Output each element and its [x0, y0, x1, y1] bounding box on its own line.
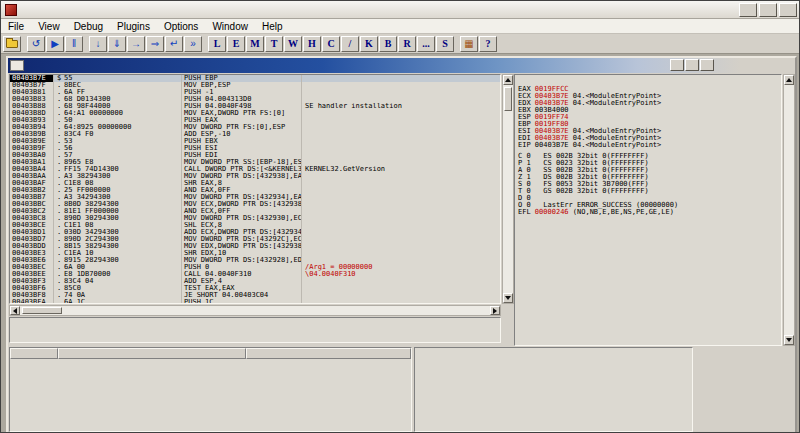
scrollbar-thumb[interactable] [22, 307, 62, 314]
windows-button[interactable]: W [284, 36, 302, 52]
disassembly-hscrollbar[interactable] [9, 305, 501, 316]
disasm-row[interactable]: 00403BDD.8B15 38294300MOV EDX,DWORD PTR … [10, 243, 500, 250]
disasm-row[interactable]: 00403BF3.83C4 04ADD ESP,4 [10, 278, 500, 285]
disasm-bytes: C1EA 10 [64, 250, 182, 257]
open-button[interactable] [3, 36, 21, 52]
log-window-button[interactable]: L [208, 36, 226, 52]
cpu-maximize-button[interactable] [685, 59, 699, 71]
scroll-left-icon[interactable] [10, 306, 20, 315]
memory-map-button[interactable]: M [246, 36, 264, 52]
menu-item-help[interactable]: Help [255, 19, 290, 33]
disasm-row[interactable]: 00403BA4.FF15 74D14300CALL DWORD PTR DS:… [10, 166, 500, 173]
executable-modules-button[interactable]: E [227, 36, 245, 52]
disasm-row[interactable]: 00403BB2.25 FF000000AND EAX,0FF [10, 187, 500, 194]
disasm-row[interactable]: 00403BAA.A3 38294300MOV DWORD PTR DS:[43… [10, 173, 500, 180]
execute-till-return-button[interactable]: ↵ [165, 36, 183, 52]
disasm-row[interactable]: 00403BD7.890D 2C294300MOV DWORD PTR DS:[… [10, 236, 500, 243]
pause-button[interactable]: ‖ [65, 36, 83, 52]
disasm-row[interactable]: 00403BF6.85C0TEST EAX,EAX [10, 285, 500, 292]
menu-item-view[interactable]: View [31, 19, 67, 33]
call-stack-button[interactable]: K [360, 36, 378, 52]
disasm-row[interactable]: 00403BEC.6A 00PUSH 0/Arg1 = 00000000 [10, 264, 500, 271]
maximize-button[interactable] [759, 3, 777, 17]
disasm-row[interactable]: 00403BFA.6A 1CPUSH 1C [10, 299, 500, 304]
disasm-prefix: . [54, 187, 64, 194]
scroll-up-icon[interactable] [503, 75, 513, 85]
disasm-address: 00403BF3 [10, 278, 54, 285]
menu-item-window[interactable]: Window [205, 19, 255, 33]
run-button[interactable]: ▶ [46, 36, 64, 52]
disasm-row[interactable]: 00403B7F.8BECMOV EBP,ESP [10, 82, 500, 89]
disasm-row[interactable]: 00403BA0.57PUSH EDI [10, 152, 500, 159]
close-button[interactable] [779, 3, 797, 17]
breakpoints-button[interactable]: B [379, 36, 397, 52]
threads-button[interactable]: T [265, 36, 283, 52]
disasm-row[interactable]: 00403BE3.C1EA 10SHR EDX,10 [10, 250, 500, 257]
disasm-row[interactable]: 00403BC2.81E1 FF000000AND ECX,0FF [10, 208, 500, 215]
disasm-instruction: ADD ESP,-10 [182, 131, 302, 138]
scroll-down-icon[interactable] [503, 293, 513, 303]
patches-button[interactable]: / [341, 36, 359, 52]
disasm-row[interactable]: 00403BE6.8915 28294300MOV DWORD PTR DS:[… [10, 257, 500, 264]
flag-row[interactable]: T 0 GS 002B 32bit 0(FFFFFFFF) [518, 188, 778, 195]
menu-item-debug[interactable]: Debug [67, 19, 110, 33]
disasm-row[interactable]: 00403B88.68 98F44000PUSH 04.0040F498SE h… [10, 103, 500, 110]
disasm-row[interactable]: 00403B9B.83C4 F0ADD ESP,-10 [10, 131, 500, 138]
source-button[interactable]: S [436, 36, 454, 52]
disasm-row[interactable]: 00403BB7.A3 34294300MOV DWORD PTR DS:[43… [10, 194, 500, 201]
disasm-row[interactable]: 00403B83.68 D0134300PUSH 04.004313D0 [10, 96, 500, 103]
disasm-row[interactable]: 00403BEE.E8 1DB70000CALL 04.0040F310\04.… [10, 271, 500, 278]
efl-row[interactable]: EFL 00000246 (NO,NB,E,BE,NS,PE,GE,LE) [518, 209, 778, 216]
disasm-row[interactable]: 00403B9E.53PUSH EBX [10, 138, 500, 145]
cpu-minimize-button[interactable] [670, 59, 684, 71]
registers-vscrollbar[interactable] [783, 74, 795, 346]
cpu-close-button[interactable] [700, 59, 714, 71]
cpu-button[interactable]: C [322, 36, 340, 52]
disasm-bytes: 8915 28294300 [64, 257, 182, 264]
menu-item-plugins[interactable]: Plugins [110, 19, 157, 33]
titlebar[interactable] [1, 1, 799, 19]
references-button[interactable]: R [398, 36, 416, 52]
menu-item-options[interactable]: Options [157, 19, 205, 33]
step-into-button[interactable]: ↓ [89, 36, 107, 52]
minimize-button[interactable] [739, 3, 757, 17]
disasm-row[interactable]: 00403BD1.030D 34294300ADD ECX,DWORD PTR … [10, 229, 500, 236]
options-button[interactable]: ▦ [460, 36, 478, 52]
scroll-right-icon[interactable] [490, 306, 500, 315]
goto-button[interactable]: » [184, 36, 202, 52]
disasm-row[interactable]: 00403B93.50PUSH EAX [10, 117, 500, 124]
help-button[interactable]: ? [479, 36, 497, 52]
disasm-row[interactable]: 00403B8D.64:A1 00000000MOV EAX,DWORD PTR… [10, 110, 500, 117]
disasm-row[interactable]: 00403BC8.890D 30294300MOV DWORD PTR DS:[… [10, 215, 500, 222]
scrollbar-thumb[interactable] [504, 87, 512, 111]
animate-into-button[interactable]: ⇓ [108, 36, 126, 52]
disassembly-vscrollbar[interactable] [502, 74, 514, 304]
disasm-prefix: . [54, 152, 64, 159]
disasm-address: 00403BCE [10, 222, 54, 229]
scroll-down-icon[interactable] [784, 335, 794, 345]
disasm-comment [302, 222, 500, 229]
disasm-row[interactable]: 00403B7E$55PUSH EBP [10, 75, 500, 82]
disasm-bytes: FF15 74D14300 [64, 166, 182, 173]
disasm-row[interactable]: 00403B9F.56PUSH ESI [10, 145, 500, 152]
disasm-prefix: . [54, 257, 64, 264]
disasm-row[interactable]: 00403B94.64:8925 00000000MOV DWORD PTR F… [10, 124, 500, 131]
disasm-comment [302, 96, 500, 103]
disasm-row[interactable]: 00403BF8.74 0AJE SHORT 04.00403C04 [10, 292, 500, 299]
disasm-row[interactable]: 00403B81.6A FFPUSH -1 [10, 89, 500, 96]
cpu-titlebar[interactable] [8, 58, 795, 73]
animate-over-button[interactable]: ⇒ [146, 36, 164, 52]
disasm-row[interactable]: 00403BA1.8965 E8MOV DWORD PTR SS:[EBP-18… [10, 159, 500, 166]
menu-item-file[interactable]: File [1, 19, 31, 33]
cpu-window-controls [670, 59, 714, 71]
restart-button[interactable]: ↺ [27, 36, 45, 52]
register-row[interactable]: EIP 00403B7E 04.<ModuleEntryPoint> [518, 142, 778, 149]
disasm-row[interactable]: 00403BCE.C1E1 08SHL ECX,8 [10, 222, 500, 229]
run-trace-button[interactable]: ... [417, 36, 435, 52]
disasm-row[interactable]: 00403BAF.C1E8 08SHR EAX,8 [10, 180, 500, 187]
scroll-up-icon[interactable] [784, 75, 794, 85]
step-over-button[interactable]: → [127, 36, 145, 52]
disasm-row[interactable]: 00403BBC.8B0D 38294300MOV ECX,DWORD PTR … [10, 201, 500, 208]
call-stack-icon: K [365, 39, 373, 49]
handles-button[interactable]: H [303, 36, 321, 52]
